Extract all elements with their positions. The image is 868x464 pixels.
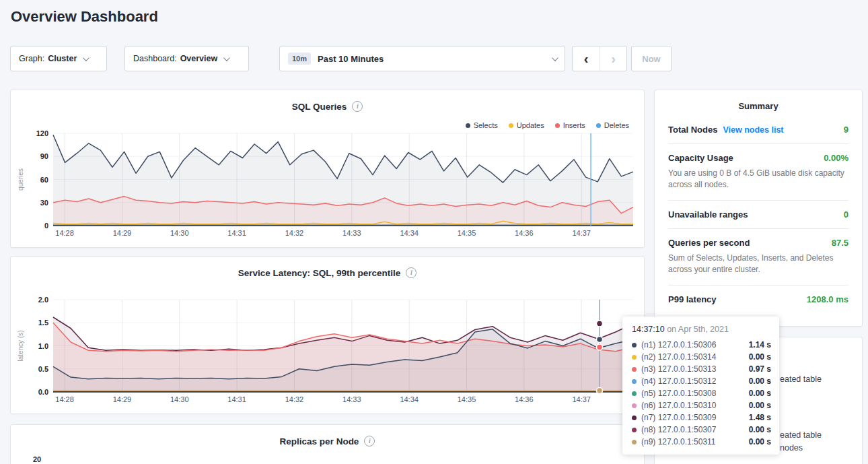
tooltip-node-row: (n1) 127.0.0.1:503061.14 s (630, 339, 771, 351)
node-address: (n3) 127.0.0.1:50313 (641, 364, 716, 374)
qps-desc: Sum of Selects, Updates, Inserts, and De… (668, 253, 848, 276)
view-nodes-link[interactable]: View nodes list (723, 125, 783, 135)
tooltip-node-row: (n9) 127.0.0.1:503110.00 s (630, 436, 771, 448)
service-latency-card: Service Latency: SQL, 99th percentile i … (10, 256, 645, 414)
chevron-right-icon: › (611, 51, 616, 67)
now-button-label: Now (642, 54, 660, 64)
node-latency-value: 0.00 s (749, 401, 771, 410)
summary-section-qps: Queries per second 87.5 Sum of Selects, … (668, 228, 848, 285)
capacity-usage-value: 0.00% (824, 153, 848, 163)
node-address: (n5) 127.0.0.1:50308 (641, 389, 716, 398)
svg-text:14:36: 14:36 (515, 229, 534, 237)
next-range-button[interactable]: › (600, 46, 626, 71)
svg-text:14:32: 14:32 (285, 229, 304, 237)
svg-text:1.5: 1.5 (38, 319, 48, 327)
chart-title-row: Replicas per Node i (11, 436, 644, 446)
qps-label: Queries per second (668, 238, 750, 248)
node-color-dot (632, 403, 637, 408)
node-latency-value: 1.14 s (749, 340, 771, 350)
replicas-title: Replicas per Node (280, 436, 359, 446)
svg-text:14:34: 14:34 (400, 229, 419, 237)
svg-text:0: 0 (44, 222, 48, 230)
dashboard-dropdown[interactable]: Dashboard: Overview (124, 46, 249, 71)
chevron-down-icon (223, 55, 230, 61)
info-icon[interactable]: i (364, 436, 375, 446)
node-color-dot (632, 367, 637, 372)
now-button[interactable]: Now (631, 46, 672, 71)
svg-text:120: 120 (36, 129, 48, 137)
event-text-fragment: nodes (780, 443, 803, 453)
svg-text:latency (s): latency (s) (17, 330, 24, 361)
node-color-dot (632, 416, 637, 420)
tooltip-date: on Apr 5th, 2021 (667, 325, 729, 334)
capacity-usage-desc: You are using 0 B of 4.5 GiB usable disk… (668, 168, 848, 191)
svg-text:0.0: 0.0 (38, 388, 48, 396)
event-text-fragment: eated table (780, 374, 822, 384)
svg-text:14:36: 14:36 (515, 395, 534, 403)
capacity-usage-label: Capacity Usage (668, 153, 733, 163)
dashboard-dropdown-value: Overview (180, 54, 218, 63)
svg-text:14:28: 14:28 (55, 395, 74, 403)
p99-latency-value: 1208.0 ms (807, 294, 848, 304)
summary-section-unavailable: Unavailable ranges 0 (668, 200, 848, 228)
service-latency-chart[interactable]: 14:2814:2914:3014:3114:3214:3314:3414:35… (11, 257, 644, 415)
svg-text:14:33: 14:33 (342, 395, 361, 403)
tooltip-node-row: (n7) 127.0.0.1:503091.48 s (630, 411, 771, 424)
node-address: (n9) 127.0.0.1:50311 (641, 437, 716, 446)
svg-text:queries: queries (17, 168, 24, 191)
tooltip-header: 14:37:10 on Apr 5th, 2021 (632, 325, 771, 334)
svg-text:90: 90 (40, 152, 48, 160)
tooltip-node-row: (n6) 127.0.0.1:503100.00 s (630, 399, 771, 411)
total-nodes-label: Total Nodes (668, 125, 717, 135)
svg-text:14:35: 14:35 (458, 229, 476, 237)
node-address: (n8) 127.0.0.1:50307 (641, 425, 716, 434)
svg-text:14:34: 14:34 (400, 395, 419, 403)
chevron-down-icon (552, 55, 558, 61)
node-latency-value: 0.00 s (749, 437, 771, 446)
tooltip-node-row: (n4) 127.0.0.1:503120.00 s (630, 375, 771, 387)
summary-section-capacity: Capacity Usage 0.00% You are using 0 B o… (668, 143, 848, 200)
node-color-dot (632, 343, 637, 347)
dashboard-dropdown-label: Dashboard: (133, 54, 177, 63)
tooltip-node-row: (n5) 127.0.0.1:503080.00 s (630, 387, 771, 399)
sql-queries-chart[interactable]: 14:2814:2914:3014:3114:3214:3314:3414:35… (11, 90, 644, 248)
svg-text:14:29: 14:29 (113, 395, 132, 403)
node-address: (n1) 127.0.0.1:50306 (641, 340, 716, 350)
tooltip-node-row: (n2) 127.0.0.1:503140.00 s (630, 351, 771, 363)
node-latency-value: 0.97 s (749, 364, 771, 374)
svg-text:60: 60 (40, 176, 48, 184)
summary-section-p99: P99 latency 1208.0 ms (668, 285, 848, 313)
node-color-dot (632, 440, 637, 444)
summary-card: Summary Total Nodes View nodes list 9 Ca… (654, 90, 863, 327)
time-range-label: Past 10 Minutes (318, 54, 384, 64)
node-address: (n6) 127.0.0.1:50310 (641, 401, 716, 410)
node-latency-value: 0.00 s (749, 425, 771, 434)
node-latency-value: 0.00 s (749, 376, 771, 386)
qps-value: 87.5 (832, 238, 848, 248)
svg-text:2.0: 2.0 (38, 296, 48, 304)
replicas-per-node-card: Replicas per Node i 20 (10, 424, 645, 464)
time-nav-group: ‹ › (572, 46, 627, 71)
node-color-dot (632, 355, 637, 360)
total-nodes-value: 9 (844, 125, 848, 135)
node-color-dot (632, 391, 637, 396)
prev-range-button[interactable]: ‹ (573, 46, 600, 71)
time-range-badge: 10m (288, 53, 311, 65)
unavailable-ranges-value: 0 (844, 209, 848, 220)
svg-text:14:29: 14:29 (113, 229, 132, 237)
svg-text:14:33: 14:33 (342, 229, 361, 237)
summary-section-total-nodes: Total Nodes View nodes list 9 (668, 121, 848, 143)
node-color-dot (632, 379, 637, 384)
chevron-down-icon (83, 55, 89, 61)
summary-title: Summary (668, 101, 848, 121)
graph-dropdown[interactable]: Graph: Cluster (10, 46, 107, 71)
graph-dropdown-value: Cluster (48, 54, 77, 63)
svg-text:14:28: 14:28 (55, 229, 74, 237)
node-address: (n4) 127.0.0.1:50312 (641, 376, 716, 386)
svg-text:14:32: 14:32 (285, 395, 304, 403)
node-latency-value: 1.48 s (749, 413, 771, 422)
time-range-picker[interactable]: 10m Past 10 Minutes (279, 46, 565, 71)
replicas-ytick-label: 20 (33, 455, 41, 463)
node-address: (n7) 127.0.0.1:50309 (641, 413, 716, 422)
node-color-dot (632, 428, 637, 432)
